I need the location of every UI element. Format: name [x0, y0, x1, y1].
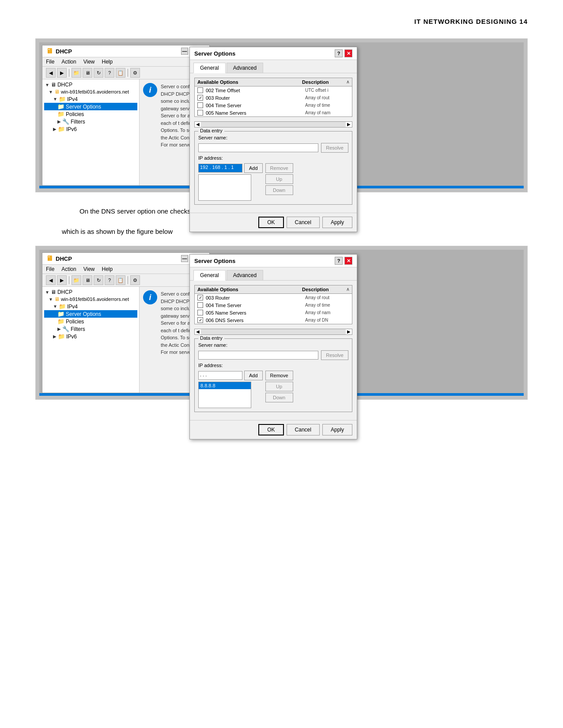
tree-server-options-2[interactable]: 📁 Server Options: [44, 310, 137, 318]
menu-action-2[interactable]: Action: [61, 266, 76, 272]
dhcp-titlebar-2: 🖥 DHCP — □ ✕: [42, 253, 209, 265]
ip-address-input-2[interactable]: . . .: [198, 371, 242, 380]
option-row-3[interactable]: 005 Name Servers Array of nam: [195, 109, 352, 116]
horizontal-scrollbar[interactable]: ◀ ▶: [194, 121, 352, 128]
ok-btn-2[interactable]: OK: [258, 424, 283, 435]
tree-filters[interactable]: ▶ 🔧 Filters: [44, 118, 137, 125]
menu-view[interactable]: View: [83, 59, 95, 65]
settings-btn-2[interactable]: ⚙: [130, 275, 140, 285]
opt-name-006-2: 006 DNS Servers: [206, 318, 302, 323]
down-btn-2[interactable]: Down: [265, 393, 293, 402]
tab-general-2[interactable]: General: [193, 270, 226, 281]
help-btn[interactable]: ?: [105, 68, 114, 78]
checkbox-004[interactable]: [197, 102, 203, 108]
menu-view-2[interactable]: View: [83, 266, 95, 272]
computer-btn[interactable]: 🖥: [83, 68, 92, 78]
option-row-2-0[interactable]: ✓ 003 Router Array of rout: [195, 294, 352, 301]
ip-list-item-1[interactable]: 8.8.8.8: [199, 382, 251, 389]
info-icon-2: i: [143, 290, 157, 304]
option-row-2-3[interactable]: ✓ 006 DNS Servers Array of DN: [195, 316, 352, 324]
resolve-btn[interactable]: Resolve: [321, 143, 348, 153]
tree-server-node-2[interactable]: ▼ 🖥 win-b91fetbi016.avoiderrors.net: [44, 296, 137, 303]
tree-dhcp-root[interactable]: ▼ 🖥 DHCP: [44, 81, 137, 88]
back-btn-2[interactable]: ◀: [46, 275, 56, 285]
server-expand: ▼: [49, 90, 53, 94]
resolve-btn-2[interactable]: Resolve: [321, 350, 348, 360]
menu-file[interactable]: File: [46, 59, 54, 65]
tree-ipv4-2[interactable]: ▼ 📁 IPv4: [44, 303, 137, 310]
export-btn[interactable]: 📋: [116, 68, 125, 78]
tree-filters-2[interactable]: ▶ 🔧 Filters: [44, 325, 137, 333]
help-btn-2[interactable]: ?: [105, 275, 114, 285]
option-row-2-2[interactable]: 005 Name Servers Array of nam: [195, 309, 352, 316]
add-btn-1[interactable]: Add: [244, 163, 263, 173]
option-row-2-1[interactable]: 004 Time Server Array of time: [195, 301, 352, 309]
apply-btn-2[interactable]: Apply: [322, 424, 352, 435]
menu-help-2[interactable]: Help: [102, 266, 113, 272]
remove-btn-1[interactable]: Remove: [265, 163, 293, 173]
up-btn-2[interactable]: Up: [265, 382, 293, 391]
server-name-input[interactable]: [198, 143, 318, 152]
checkbox-005-2[interactable]: [197, 310, 203, 315]
cancel-btn-2[interactable]: Cancel: [287, 424, 320, 435]
add-btn-2[interactable]: Add: [244, 371, 263, 380]
checkbox-004-2[interactable]: [197, 302, 203, 308]
checkbox-003[interactable]: ✓: [197, 95, 203, 101]
dhcp-label-2: DHCP: [57, 289, 72, 295]
scroll-right-2[interactable]: ▶: [346, 329, 352, 334]
tree-server-options[interactable]: 📁 Server Options: [44, 103, 137, 110]
ok-btn-1[interactable]: OK: [258, 217, 283, 228]
tree-ipv4[interactable]: ▼ 📁 IPv4: [44, 95, 137, 103]
dialog-close-btn-2[interactable]: ✕: [344, 257, 352, 265]
tree-ipv6[interactable]: ▶ 📁 IPv6: [44, 125, 137, 133]
menu-action[interactable]: Action: [61, 59, 76, 65]
folder-btn[interactable]: 📁: [72, 68, 81, 78]
refresh-btn[interactable]: ↻: [94, 68, 103, 78]
dialog-close-btn[interactable]: ✕: [344, 49, 352, 57]
down-btn-1[interactable]: Down: [265, 185, 293, 195]
checkbox-006-2[interactable]: ✓: [197, 317, 203, 323]
tab-advanced-1[interactable]: Advanced: [227, 63, 263, 73]
dialog-help-btn[interactable]: ?: [335, 49, 343, 57]
menu-file-2[interactable]: File: [46, 266, 54, 272]
computer-btn-2[interactable]: 🖥: [83, 275, 92, 285]
filters-icon: 🔧: [62, 118, 69, 125]
export-btn-2[interactable]: 📋: [116, 275, 125, 285]
tree-policies[interactable]: 📁 Policies: [44, 110, 137, 118]
settings-btn[interactable]: ⚙: [130, 68, 140, 78]
tab-general-1[interactable]: General: [193, 63, 226, 73]
forward-btn-2[interactable]: ▶: [57, 275, 67, 285]
tree-dhcp-root-2[interactable]: ▼ 🖥 DHCP: [44, 289, 137, 296]
scroll-left-2[interactable]: ◀: [195, 329, 201, 334]
server-name-input-2[interactable]: [198, 351, 318, 360]
minimize-btn[interactable]: —: [181, 48, 188, 55]
tree-server-node[interactable]: ▼ 🖥 win-b91fetbi016.avoiderrors.net: [44, 88, 137, 95]
option-row-1[interactable]: ✓ 003 Router Array of rout: [195, 94, 352, 101]
ip-list-1[interactable]: [198, 174, 251, 201]
ip-list-2[interactable]: 8.8.8.8: [198, 382, 251, 408]
refresh-btn-2[interactable]: ↻: [94, 275, 103, 285]
menu-help[interactable]: Help: [102, 59, 113, 65]
checkbox-005[interactable]: [197, 110, 203, 116]
up-btn-1[interactable]: Up: [265, 174, 293, 184]
dialog-help-btn-2[interactable]: ?: [335, 257, 343, 265]
tab-advanced-2[interactable]: Advanced: [227, 270, 263, 280]
server-opts-label: Server Options: [66, 104, 101, 110]
option-row-0[interactable]: 002 Time Offset UTC offset i: [195, 86, 352, 94]
ip-address-input[interactable]: 192 . 168 . 1 . 1: [198, 164, 242, 173]
folder-btn-2[interactable]: 📁: [72, 275, 81, 285]
remove-btn-2[interactable]: Remove: [265, 371, 293, 380]
minimize-btn-2[interactable]: —: [181, 255, 188, 262]
back-btn[interactable]: ◀: [46, 68, 56, 78]
option-row-2[interactable]: 004 Time Server Array of time: [195, 101, 352, 109]
cancel-btn-1[interactable]: Cancel: [287, 217, 320, 228]
checkbox-003-2[interactable]: ✓: [197, 295, 203, 300]
scroll-left[interactable]: ◀: [195, 122, 201, 127]
tree-policies-2[interactable]: 📁 Policies: [44, 318, 137, 325]
scroll-right[interactable]: ▶: [346, 122, 352, 127]
checkbox-002[interactable]: [197, 87, 203, 93]
forward-btn[interactable]: ▶: [57, 68, 67, 78]
horizontal-scrollbar-2[interactable]: ◀ ▶: [194, 329, 352, 335]
apply-btn-1[interactable]: Apply: [322, 217, 352, 228]
tree-ipv6-2[interactable]: ▶ 📁 IPv6: [44, 333, 137, 340]
